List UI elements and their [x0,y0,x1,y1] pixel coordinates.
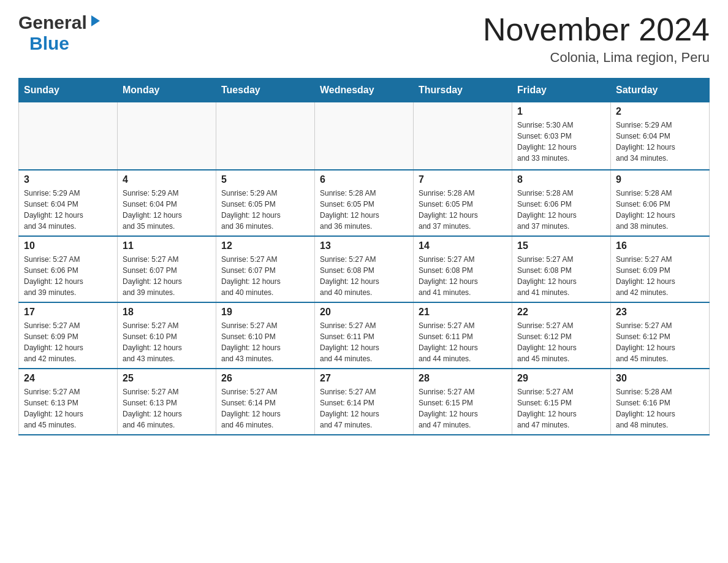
month-title: November 2024 [483,12,710,47]
day-number: 22 [517,307,605,318]
calendar-cell [19,102,118,170]
day-info: Sunrise: 5:28 AM Sunset: 6:16 PM Dayligh… [616,386,704,431]
logo-blue-text: Blue [29,33,69,53]
calendar-cell: 22Sunrise: 5:27 AM Sunset: 6:12 PM Dayli… [512,302,611,369]
day-info: Sunrise: 5:27 AM Sunset: 6:08 PM Dayligh… [419,254,507,298]
day-number: 18 [123,307,211,318]
calendar-week-row: 1Sunrise: 5:30 AM Sunset: 6:03 PM Daylig… [19,102,710,170]
day-number: 17 [24,307,112,318]
calendar-week-row: 3Sunrise: 5:29 AM Sunset: 6:04 PM Daylig… [19,170,710,236]
calendar-cell: 14Sunrise: 5:27 AM Sunset: 6:08 PM Dayli… [414,236,512,302]
calendar-cell: 17Sunrise: 5:27 AM Sunset: 6:09 PM Dayli… [19,302,118,369]
calendar-cell [414,102,512,170]
day-number: 27 [320,373,408,384]
calendar-cell: 3Sunrise: 5:29 AM Sunset: 6:04 PM Daylig… [19,170,118,236]
day-info: Sunrise: 5:28 AM Sunset: 6:05 PM Dayligh… [419,188,507,232]
day-info: Sunrise: 5:27 AM Sunset: 6:10 PM Dayligh… [123,320,211,364]
day-number: 8 [517,174,605,185]
day-number: 13 [320,240,408,251]
day-info: Sunrise: 5:27 AM Sunset: 6:11 PM Dayligh… [320,320,408,364]
calendar-cell: 27Sunrise: 5:27 AM Sunset: 6:14 PM Dayli… [315,369,414,435]
calendar-cell: 13Sunrise: 5:27 AM Sunset: 6:08 PM Dayli… [315,236,414,302]
weekday-header-friday: Friday [512,79,611,102]
day-info: Sunrise: 5:29 AM Sunset: 6:05 PM Dayligh… [221,188,309,232]
day-number: 5 [221,174,309,185]
day-number: 29 [517,373,605,384]
logo-general-text: General [18,12,87,33]
day-info: Sunrise: 5:27 AM Sunset: 6:12 PM Dayligh… [517,320,605,364]
day-info: Sunrise: 5:27 AM Sunset: 6:06 PM Dayligh… [24,254,112,298]
svg-marker-0 [91,15,100,26]
calendar-cell: 8Sunrise: 5:28 AM Sunset: 6:06 PM Daylig… [512,170,611,236]
calendar-cell: 26Sunrise: 5:27 AM Sunset: 6:14 PM Dayli… [216,369,315,435]
calendar-cell: 28Sunrise: 5:27 AM Sunset: 6:15 PM Dayli… [414,369,512,435]
day-number: 6 [320,174,408,185]
day-number: 14 [419,240,507,251]
weekday-header-thursday: Thursday [414,79,512,102]
day-info: Sunrise: 5:27 AM Sunset: 6:11 PM Dayligh… [419,320,507,364]
weekday-header-wednesday: Wednesday [315,79,414,102]
calendar-cell: 20Sunrise: 5:27 AM Sunset: 6:11 PM Dayli… [315,302,414,369]
calendar-week-row: 10Sunrise: 5:27 AM Sunset: 6:06 PM Dayli… [19,236,710,302]
calendar-table: SundayMondayTuesdayWednesdayThursdayFrid… [18,78,710,435]
calendar-cell: 6Sunrise: 5:28 AM Sunset: 6:05 PM Daylig… [315,170,414,236]
day-number: 25 [123,373,211,384]
location-title: Colonia, Lima region, Peru [483,50,710,66]
calendar-week-row: 24Sunrise: 5:27 AM Sunset: 6:13 PM Dayli… [19,369,710,435]
calendar-cell: 24Sunrise: 5:27 AM Sunset: 6:13 PM Dayli… [19,369,118,435]
day-number: 1 [517,106,605,117]
logo: General Blue [18,12,102,54]
day-number: 24 [24,373,112,384]
day-number: 15 [517,240,605,251]
day-info: Sunrise: 5:30 AM Sunset: 6:03 PM Dayligh… [517,120,605,164]
title-block: November 2024 Colonia, Lima region, Peru [483,12,710,66]
day-number: 28 [419,373,507,384]
calendar-cell: 16Sunrise: 5:27 AM Sunset: 6:09 PM Dayli… [611,236,710,302]
day-info: Sunrise: 5:27 AM Sunset: 6:15 PM Dayligh… [419,386,507,431]
calendar-cell [315,102,414,170]
calendar-cell: 2Sunrise: 5:29 AM Sunset: 6:04 PM Daylig… [611,102,710,170]
day-number: 30 [616,373,704,384]
day-number: 23 [616,307,704,318]
calendar-cell: 29Sunrise: 5:27 AM Sunset: 6:15 PM Dayli… [512,369,611,435]
calendar-cell: 23Sunrise: 5:27 AM Sunset: 6:12 PM Dayli… [611,302,710,369]
calendar-cell: 10Sunrise: 5:27 AM Sunset: 6:06 PM Dayli… [19,236,118,302]
calendar-header-row: SundayMondayTuesdayWednesdayThursdayFrid… [19,79,710,102]
day-number: 4 [123,174,211,185]
day-number: 3 [24,174,112,185]
day-info: Sunrise: 5:27 AM Sunset: 6:12 PM Dayligh… [616,320,704,364]
calendar-week-row: 17Sunrise: 5:27 AM Sunset: 6:09 PM Dayli… [19,302,710,369]
day-number: 7 [419,174,507,185]
day-info: Sunrise: 5:28 AM Sunset: 6:05 PM Dayligh… [320,188,408,232]
weekday-header-monday: Monday [118,79,216,102]
day-info: Sunrise: 5:29 AM Sunset: 6:04 PM Dayligh… [123,188,211,232]
calendar-cell: 1Sunrise: 5:30 AM Sunset: 6:03 PM Daylig… [512,102,611,170]
calendar-cell [216,102,315,170]
calendar-cell: 9Sunrise: 5:28 AM Sunset: 6:06 PM Daylig… [611,170,710,236]
day-info: Sunrise: 5:27 AM Sunset: 6:10 PM Dayligh… [221,320,309,364]
weekday-header-tuesday: Tuesday [216,79,315,102]
logo-arrow-icon [89,14,102,30]
calendar-cell: 18Sunrise: 5:27 AM Sunset: 6:10 PM Dayli… [118,302,216,369]
page-header: General Blue November 2024 Colonia, Lima… [18,12,710,66]
day-number: 10 [24,240,112,251]
calendar-cell: 25Sunrise: 5:27 AM Sunset: 6:13 PM Dayli… [118,369,216,435]
calendar-cell [118,102,216,170]
day-number: 12 [221,240,309,251]
day-info: Sunrise: 5:27 AM Sunset: 6:14 PM Dayligh… [320,386,408,431]
day-info: Sunrise: 5:27 AM Sunset: 6:13 PM Dayligh… [123,386,211,431]
day-info: Sunrise: 5:28 AM Sunset: 6:06 PM Dayligh… [616,188,704,232]
day-info: Sunrise: 5:28 AM Sunset: 6:06 PM Dayligh… [517,188,605,232]
day-number: 2 [616,106,704,117]
calendar-cell: 11Sunrise: 5:27 AM Sunset: 6:07 PM Dayli… [118,236,216,302]
weekday-header-sunday: Sunday [19,79,118,102]
day-number: 9 [616,174,704,185]
day-info: Sunrise: 5:27 AM Sunset: 6:07 PM Dayligh… [221,254,309,298]
day-info: Sunrise: 5:29 AM Sunset: 6:04 PM Dayligh… [616,120,704,164]
day-info: Sunrise: 5:27 AM Sunset: 6:08 PM Dayligh… [320,254,408,298]
day-info: Sunrise: 5:27 AM Sunset: 6:08 PM Dayligh… [517,254,605,298]
weekday-header-saturday: Saturday [611,79,710,102]
day-info: Sunrise: 5:27 AM Sunset: 6:07 PM Dayligh… [123,254,211,298]
day-number: 16 [616,240,704,251]
calendar-cell: 15Sunrise: 5:27 AM Sunset: 6:08 PM Dayli… [512,236,611,302]
